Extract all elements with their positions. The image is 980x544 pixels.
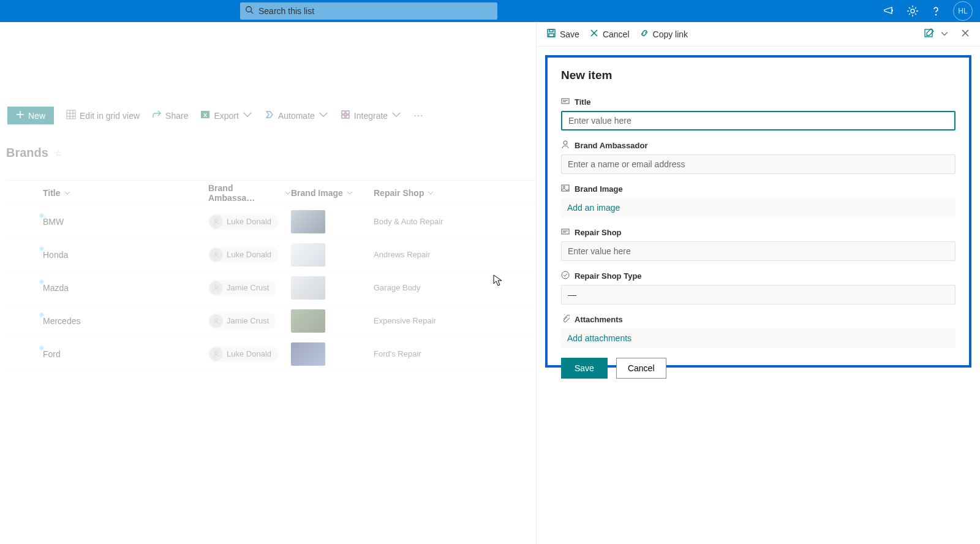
repair-shop-type-select[interactable]: — <box>561 285 956 304</box>
title-input[interactable] <box>568 116 948 126</box>
form-title: New item <box>561 69 956 82</box>
attachments-box[interactable]: Add attachments <box>561 328 956 348</box>
person-icon <box>561 140 570 151</box>
panel-save-label: Save <box>560 29 579 39</box>
save-icon <box>546 28 556 40</box>
choice-icon <box>561 271 570 281</box>
close-panel-icon[interactable] <box>960 28 970 40</box>
app-header: HL <box>0 0 980 22</box>
brand-image-box[interactable]: Add an image <box>561 198 956 217</box>
svg-point-39 <box>562 271 569 279</box>
svg-rect-23 <box>549 29 553 32</box>
field-repair-shop-label: Repair Shop <box>575 228 622 237</box>
add-attachments-link[interactable]: Add attachments <box>567 331 631 346</box>
add-image-link[interactable]: Add an image <box>567 200 620 215</box>
svg-rect-24 <box>549 34 554 37</box>
text-icon <box>561 227 570 238</box>
panel-right-actions <box>924 28 970 40</box>
help-icon[interactable] <box>930 5 942 17</box>
field-brand-image: Brand Image Add an image <box>561 184 956 217</box>
search-box[interactable] <box>240 2 497 20</box>
copy-link-button[interactable]: Copy link <box>639 28 688 40</box>
avatar-initials: HL <box>958 7 967 15</box>
cancel-button[interactable]: Cancel <box>616 358 666 379</box>
search-icon <box>245 6 254 17</box>
svg-point-2 <box>911 9 914 13</box>
repair-shop-type-value: — <box>568 290 576 300</box>
svg-point-3 <box>935 14 936 15</box>
field-repair-shop-type-label: Repair Shop Type <box>575 271 642 281</box>
ambassador-input[interactable] <box>568 159 949 169</box>
svg-rect-30 <box>562 99 569 104</box>
side-panel: Save Cancel Copy link <box>536 22 980 544</box>
field-brand-ambassador: Brand Ambassador <box>561 140 956 174</box>
panel-cancel-button[interactable]: Cancel <box>589 28 630 40</box>
repair-shop-input[interactable] <box>568 246 949 256</box>
header-right-actions: HL <box>883 1 973 21</box>
panel-save-button[interactable]: Save <box>546 28 579 40</box>
avatar[interactable]: HL <box>953 1 973 21</box>
field-attachments-label: Attachments <box>575 315 623 324</box>
svg-rect-36 <box>562 229 569 234</box>
field-title-label: Title <box>575 97 591 107</box>
field-brand-image-label: Brand Image <box>575 184 623 194</box>
repair-shop-input-box[interactable] <box>561 241 956 261</box>
field-repair-shop: Repair Shop <box>561 227 956 261</box>
megaphone-icon[interactable] <box>883 5 895 17</box>
edit-form-icon[interactable] <box>924 28 935 40</box>
search-input[interactable] <box>254 6 492 16</box>
svg-point-33 <box>564 141 567 145</box>
svg-point-35 <box>564 186 565 187</box>
field-attachments: Attachments Add attachments <box>561 314 956 348</box>
image-icon <box>561 184 570 194</box>
panel-cancel-label: Cancel <box>603 29 630 39</box>
gear-icon[interactable] <box>907 5 919 17</box>
svg-line-1 <box>251 12 254 14</box>
link-icon <box>639 28 649 40</box>
svg-point-0 <box>246 7 252 12</box>
svg-rect-34 <box>562 185 569 191</box>
form-buttons: Save Cancel <box>561 358 956 379</box>
close-icon <box>589 28 599 40</box>
field-ambassador-label: Brand Ambassador <box>575 141 647 150</box>
panel-toolbar: Save Cancel Copy link <box>537 22 980 47</box>
text-icon <box>561 97 570 107</box>
copy-link-label: Copy link <box>653 29 688 39</box>
form-container: New item Title Brand Ambassador <box>545 55 971 368</box>
ambassador-input-box[interactable] <box>561 154 956 174</box>
field-repair-shop-type: Repair Shop Type — <box>561 271 956 304</box>
field-title: Title <box>561 97 956 130</box>
attachment-icon <box>561 314 570 325</box>
save-button[interactable]: Save <box>561 358 608 379</box>
page: New Edit in grid view Share X Export A <box>0 22 980 544</box>
chevron-down-icon[interactable] <box>941 29 948 39</box>
title-input-box[interactable] <box>561 111 956 130</box>
